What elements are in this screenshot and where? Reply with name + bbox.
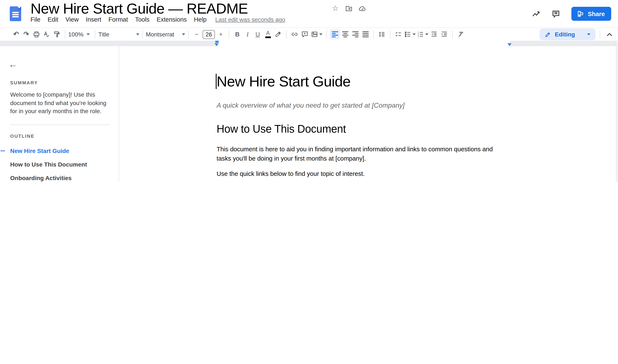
insert-link-button[interactable] [289,29,300,39]
menu-insert[interactable]: Insert [82,16,105,23]
svg-text:3: 3 [418,35,419,38]
align-right-button[interactable] [350,29,360,39]
redo-button[interactable]: ↷ [21,29,31,39]
document-name[interactable]: New Hire Start Guide — README [30,0,323,17]
font-size-input[interactable]: 26 [203,30,215,39]
google-docs-logo-icon[interactable] [10,6,21,21]
summary-text: Welcome to [company]! Use this document … [10,91,109,116]
font-family-value: Montserrat [146,31,174,38]
numbered-list-button[interactable]: 1 2 3 [416,29,429,39]
line-spacing-button[interactable] [377,29,387,39]
menu-view[interactable]: View [62,16,82,23]
editing-mode-select[interactable]: Editing [539,28,595,40]
justify-button[interactable] [360,29,370,39]
chevron-down-icon [182,33,185,35]
outline-item-how-to-use-this-document[interactable]: How to Use This Document [0,157,119,171]
hide-menus-button[interactable] [605,29,615,39]
underline-button[interactable]: U [253,29,263,39]
paint-format-button[interactable] [52,29,62,39]
ruler-page-area [217,41,510,46]
close-sidebar-back-arrow-icon[interactable]: ← [9,60,19,69]
outline-item-onboarding-activities[interactable]: Onboarding Activities [0,171,119,182]
summary-heading: SUMMARY [10,80,119,85]
cloud-saved-icon[interactable] [359,5,366,12]
paragraph-2[interactable]: Use the quick links below to find your t… [217,169,500,179]
last-edit-status[interactable]: Last edit was seconds ago [215,16,285,23]
outline-heading: OUTLINE [10,133,119,138]
chevron-down-icon [86,33,90,35]
italic-button[interactable]: I [242,29,253,39]
outline-item-new-hire-start-guide[interactable]: New Hire Start Guide [0,144,119,157]
menu-edit[interactable]: Edit [44,16,62,23]
paragraph-1[interactable]: This document is here to aid you in find… [217,145,500,163]
left-margin-marker[interactable] [214,43,219,46]
insert-image-button[interactable] [310,29,323,39]
google-docs-app: New Hire Start Guide — README ☆ [0,0,618,182]
share-button[interactable]: Share [571,7,611,21]
menu-tools[interactable]: Tools [131,16,153,23]
text-color-button[interactable]: A [263,29,273,39]
text-cursor [216,74,216,89]
header-bar: New Hire Start Guide — README ☆ [0,0,618,28]
menu-extensions[interactable]: Extensions [153,16,190,23]
docs-logo-fold [17,6,21,10]
vertical-scrollbar[interactable] [616,41,618,182]
first-line-indent-marker[interactable] [215,41,219,43]
decrease-font-size-button[interactable]: − [192,29,202,39]
increase-font-size-button[interactable]: + [216,29,226,39]
bulleted-list-button[interactable] [404,29,416,39]
decrease-indent-button[interactable] [429,29,439,39]
share-button-label: Share [588,10,605,17]
outline-list: New Hire Start Guide How to Use This Doc… [0,144,119,182]
star-icon[interactable]: ☆ [331,5,339,12]
align-center-button[interactable] [340,29,350,39]
align-left-button[interactable] [330,29,340,39]
move-to-folder-icon[interactable] [345,5,353,12]
paragraph-style-select[interactable]: Title [98,31,139,38]
increase-indent-button[interactable] [439,29,449,39]
chevron-down-icon [136,33,139,35]
chevron-down-icon [319,33,323,35]
menu-help[interactable]: Help [190,16,210,23]
sidebar-divider [10,124,109,125]
zoom-select[interactable]: 100% [68,31,92,38]
undo-button[interactable]: ↶ [11,29,21,39]
right-margin-marker[interactable] [507,43,512,46]
doc-title-text[interactable]: New Hire Start Guide [217,73,510,90]
open-comments-icon[interactable] [551,9,561,18]
menu-file[interactable]: File [30,16,44,23]
chevron-down-icon [425,33,429,35]
editing-mode-label: Editing [555,31,575,38]
clear-formatting-button[interactable] [456,29,466,39]
bold-button[interactable]: B [232,29,242,39]
doc-subtitle-text[interactable]: A quick overview of what you need to get… [217,102,510,109]
chevron-down-icon [587,33,591,35]
zoom-value: 100% [68,31,83,38]
format-toolbar: ↶ ↷ 100% Title Montserrat [0,28,618,41]
pencil-icon [545,31,551,38]
activity-dashboard-icon[interactable] [531,9,541,18]
highlight-color-button[interactable] [273,29,283,39]
domain-share-icon [577,10,584,17]
checklist-button[interactable] [393,29,404,39]
spelling-check-button[interactable] [41,29,52,39]
docs-logo-lines [12,12,19,18]
menu-format[interactable]: Format [105,16,131,23]
document-tabs-sidebar: ← SUMMARY Welcome to [company]! Use this… [0,46,119,182]
add-comment-button[interactable] [300,29,310,39]
section-heading-text[interactable]: How to Use This Document [217,123,510,135]
paragraph-style-value: Title [98,31,109,38]
print-button[interactable] [31,29,41,39]
document-canvas[interactable]: New Hire Start Guide A quick overview of… [119,46,618,182]
font-family-select[interactable]: Montserrat [146,31,185,38]
chevron-down-icon [412,33,416,35]
horizontal-ruler[interactable] [0,41,618,46]
